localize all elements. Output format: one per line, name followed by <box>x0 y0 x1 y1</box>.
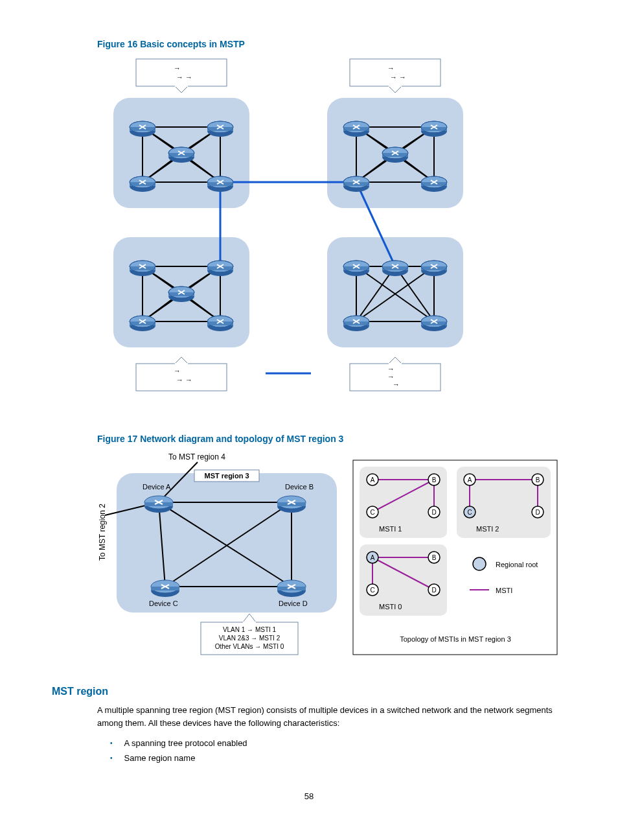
svg-text:MSTI: MSTI <box>496 587 512 594</box>
section-heading: MST region <box>52 686 566 697</box>
svg-text:VLAN 1 → MSTI 1: VLAN 1 → MSTI 1 <box>223 626 277 633</box>
svg-text:Device B: Device B <box>285 483 314 491</box>
svg-text:Device A: Device A <box>143 483 171 491</box>
svg-text:MSTI 1: MSTI 1 <box>379 525 402 533</box>
svg-text:D: D <box>431 587 436 594</box>
figure17-diagram: To MST region 4 To MST region 2 MST regi… <box>97 450 566 666</box>
svg-text:→: → <box>174 367 181 375</box>
svg-text:MSTI 0: MSTI 0 <box>379 603 402 611</box>
svg-text:D: D <box>535 509 540 516</box>
svg-text:→ →: → → <box>176 73 192 81</box>
label-to-region4: To MST region 4 <box>168 452 225 461</box>
svg-text:C: C <box>467 509 472 516</box>
svg-text:C: C <box>370 587 374 594</box>
svg-text:Regional root: Regional root <box>496 561 538 568</box>
svg-text:MSTI 2: MSTI 2 <box>476 525 499 533</box>
svg-text:→: → <box>387 365 395 373</box>
svg-text:→ →: → → <box>176 376 192 384</box>
svg-text:A: A <box>371 476 375 484</box>
svg-text:→: → <box>387 373 395 380</box>
section-para: A multiple spanning tree region (MST reg… <box>97 704 566 729</box>
bullet-item: A spanning tree protocol enabled <box>110 736 566 751</box>
svg-text:→: → <box>174 64 181 72</box>
svg-text:VLAN 2&3 → MSTI 2: VLAN 2&3 → MSTI 2 <box>219 635 280 642</box>
svg-text:A: A <box>371 554 375 561</box>
svg-point-69 <box>473 557 486 570</box>
bullet-list: A spanning tree protocol enabled Same re… <box>110 736 566 765</box>
page-number: 58 <box>52 791 566 801</box>
svg-text:B: B <box>432 554 437 561</box>
svg-text:C: C <box>370 509 374 516</box>
figure16-diagram: →→ → →→ → →→ → →→→ <box>97 56 566 421</box>
figure17-title: Figure 17 Network diagram and topology o… <box>97 434 566 444</box>
label-to-region2: To MST region 2 <box>98 504 107 561</box>
svg-text:Device C: Device C <box>149 600 178 607</box>
svg-text:→: → <box>393 380 400 388</box>
svg-text:→: → <box>387 64 395 72</box>
svg-text:Other VLANs → MSTI 0: Other VLANs → MSTI 0 <box>215 643 284 650</box>
svg-text:A: A <box>468 476 472 484</box>
svg-text:D: D <box>431 509 436 516</box>
figure16-title: Figure 16 Basic concepts in MSTP <box>97 39 566 49</box>
svg-text:→ →: → → <box>390 73 406 81</box>
svg-text:B: B <box>432 476 437 484</box>
svg-text:MST region 3: MST region 3 <box>204 472 249 480</box>
svg-text:Topology of MSTIs in MST regio: Topology of MSTIs in MST region 3 <box>400 635 511 643</box>
svg-text:Device D: Device D <box>279 600 308 607</box>
svg-text:B: B <box>536 476 540 484</box>
bullet-item: Same region name <box>110 751 566 765</box>
